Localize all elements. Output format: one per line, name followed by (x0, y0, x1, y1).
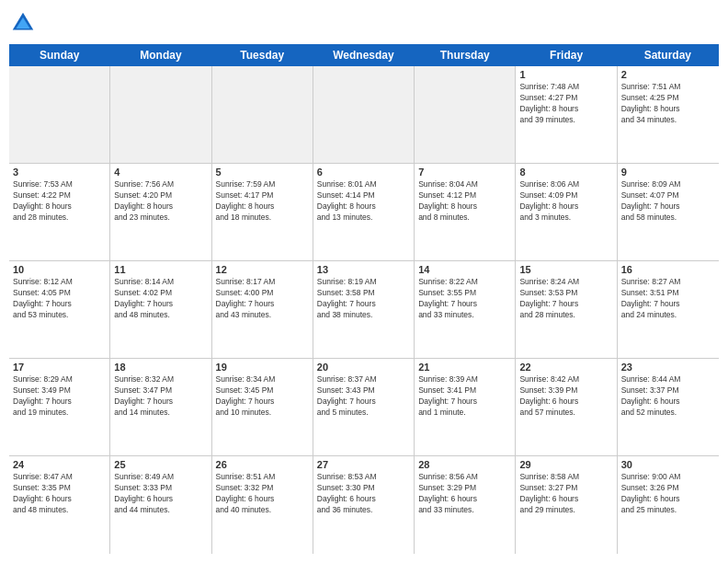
day-info: Sunrise: 8:29 AM Sunset: 3:49 PM Dayligh… (13, 374, 106, 419)
calendar-cell: 11Sunrise: 8:14 AM Sunset: 4:02 PM Dayli… (110, 261, 211, 358)
calendar-cell: 14Sunrise: 8:22 AM Sunset: 3:55 PM Dayli… (415, 261, 516, 358)
day-info: Sunrise: 8:44 AM Sunset: 3:37 PM Dayligh… (621, 374, 715, 419)
day-number: 12 (216, 264, 309, 275)
calendar-cell (110, 66, 211, 163)
day-info: Sunrise: 7:51 AM Sunset: 4:25 PM Dayligh… (621, 82, 715, 126)
calendar-cell: 7Sunrise: 8:04 AM Sunset: 4:12 PM Daylig… (415, 164, 516, 260)
logo-icon (9, 9, 37, 37)
day-number: 23 (621, 362, 715, 373)
calendar-header-cell: Wednesday (313, 44, 415, 66)
day-info: Sunrise: 8:32 AM Sunset: 3:47 PM Dayligh… (114, 374, 207, 419)
day-number: 28 (418, 459, 511, 470)
day-info: Sunrise: 7:56 AM Sunset: 4:20 PM Dayligh… (114, 179, 207, 224)
day-number: 16 (621, 264, 715, 275)
day-info: Sunrise: 8:24 AM Sunset: 3:53 PM Dayligh… (519, 277, 612, 321)
day-info: Sunrise: 8:47 AM Sunset: 3:35 PM Dayligh… (13, 472, 106, 516)
day-number: 13 (317, 264, 410, 275)
calendar-cell: 17Sunrise: 8:29 AM Sunset: 3:49 PM Dayli… (9, 359, 110, 455)
day-number: 2 (621, 69, 715, 80)
day-info: Sunrise: 7:48 AM Sunset: 4:27 PM Dayligh… (519, 82, 612, 126)
calendar-cell: 8Sunrise: 8:06 AM Sunset: 4:09 PM Daylig… (516, 164, 617, 260)
calendar-cell: 24Sunrise: 8:47 AM Sunset: 3:35 PM Dayli… (9, 456, 110, 554)
calendar-cell: 21Sunrise: 8:39 AM Sunset: 3:41 PM Dayli… (415, 359, 516, 455)
day-number: 17 (13, 362, 106, 373)
day-info: Sunrise: 8:12 AM Sunset: 4:05 PM Dayligh… (13, 277, 106, 321)
calendar-cell: 26Sunrise: 8:51 AM Sunset: 3:32 PM Dayli… (212, 456, 313, 554)
calendar-header-cell: Monday (110, 44, 211, 66)
calendar-cell: 29Sunrise: 8:58 AM Sunset: 3:27 PM Dayli… (516, 456, 617, 554)
calendar-header-cell: Saturday (618, 44, 719, 66)
day-number: 15 (519, 264, 612, 275)
calendar-body: 1Sunrise: 7:48 AM Sunset: 4:27 PM Daylig… (9, 66, 719, 554)
calendar-cell (212, 66, 313, 163)
calendar-cell: 12Sunrise: 8:17 AM Sunset: 4:00 PM Dayli… (212, 261, 313, 358)
day-number: 29 (519, 459, 612, 470)
calendar-cell: 5Sunrise: 7:59 AM Sunset: 4:17 PM Daylig… (212, 164, 313, 260)
calendar-header-cell: Tuesday (212, 44, 313, 66)
day-info: Sunrise: 8:17 AM Sunset: 4:00 PM Dayligh… (216, 277, 309, 321)
calendar: SundayMondayTuesdayWednesdayThursdayFrid… (9, 44, 719, 554)
day-info: Sunrise: 8:37 AM Sunset: 3:43 PM Dayligh… (317, 374, 410, 419)
day-number: 3 (13, 167, 106, 178)
calendar-cell: 2Sunrise: 7:51 AM Sunset: 4:25 PM Daylig… (618, 66, 719, 163)
calendar-cell: 16Sunrise: 8:27 AM Sunset: 3:51 PM Dayli… (618, 261, 719, 358)
day-info: Sunrise: 7:59 AM Sunset: 4:17 PM Dayligh… (216, 179, 309, 224)
day-info: Sunrise: 8:39 AM Sunset: 3:41 PM Dayligh… (418, 374, 511, 419)
day-info: Sunrise: 8:34 AM Sunset: 3:45 PM Dayligh… (216, 374, 309, 419)
day-number: 11 (114, 264, 207, 275)
day-info: Sunrise: 8:42 AM Sunset: 3:39 PM Dayligh… (519, 374, 612, 419)
day-number: 7 (418, 167, 511, 178)
logo (9, 9, 40, 37)
day-info: Sunrise: 8:49 AM Sunset: 3:33 PM Dayligh… (114, 472, 207, 516)
calendar-cell: 13Sunrise: 8:19 AM Sunset: 3:58 PM Dayli… (313, 261, 415, 358)
calendar-row: 24Sunrise: 8:47 AM Sunset: 3:35 PM Dayli… (9, 456, 719, 554)
calendar-header-cell: Friday (516, 44, 617, 66)
calendar-cell: 4Sunrise: 7:56 AM Sunset: 4:20 PM Daylig… (110, 164, 211, 260)
day-number: 1 (519, 69, 612, 80)
day-number: 21 (418, 362, 511, 373)
day-number: 19 (216, 362, 309, 373)
calendar-cell: 3Sunrise: 7:53 AM Sunset: 4:22 PM Daylig… (9, 164, 110, 260)
day-number: 26 (216, 459, 309, 470)
page: SundayMondayTuesdayWednesdayThursdayFrid… (0, 0, 728, 563)
calendar-header-cell: Thursday (415, 44, 516, 66)
day-info: Sunrise: 8:58 AM Sunset: 3:27 PM Dayligh… (519, 472, 612, 516)
calendar-cell (415, 66, 516, 163)
day-info: Sunrise: 8:22 AM Sunset: 3:55 PM Dayligh… (418, 277, 511, 321)
day-number: 24 (13, 459, 106, 470)
day-number: 14 (418, 264, 511, 275)
calendar-cell: 19Sunrise: 8:34 AM Sunset: 3:45 PM Dayli… (212, 359, 313, 455)
calendar-cell (313, 66, 415, 163)
calendar-cell: 18Sunrise: 8:32 AM Sunset: 3:47 PM Dayli… (110, 359, 211, 455)
calendar-row: 17Sunrise: 8:29 AM Sunset: 3:49 PM Dayli… (9, 359, 719, 456)
calendar-header: SundayMondayTuesdayWednesdayThursdayFrid… (9, 44, 719, 66)
calendar-row: 1Sunrise: 7:48 AM Sunset: 4:27 PM Daylig… (9, 66, 719, 164)
day-number: 6 (317, 167, 410, 178)
calendar-cell (9, 66, 110, 163)
day-number: 27 (317, 459, 410, 470)
calendar-cell: 10Sunrise: 8:12 AM Sunset: 4:05 PM Dayli… (9, 261, 110, 358)
calendar-cell: 30Sunrise: 9:00 AM Sunset: 3:26 PM Dayli… (618, 456, 719, 554)
day-number: 5 (216, 167, 309, 178)
day-number: 9 (621, 167, 715, 178)
day-info: Sunrise: 8:09 AM Sunset: 4:07 PM Dayligh… (621, 179, 715, 224)
calendar-cell: 23Sunrise: 8:44 AM Sunset: 3:37 PM Dayli… (618, 359, 719, 455)
header (9, 9, 719, 37)
day-info: Sunrise: 8:27 AM Sunset: 3:51 PM Dayligh… (621, 277, 715, 321)
calendar-header-cell: Sunday (9, 44, 110, 66)
calendar-cell: 28Sunrise: 8:56 AM Sunset: 3:29 PM Dayli… (415, 456, 516, 554)
day-info: Sunrise: 9:00 AM Sunset: 3:26 PM Dayligh… (621, 472, 715, 516)
day-info: Sunrise: 8:56 AM Sunset: 3:29 PM Dayligh… (418, 472, 511, 516)
calendar-cell: 20Sunrise: 8:37 AM Sunset: 3:43 PM Dayli… (313, 359, 415, 455)
day-number: 25 (114, 459, 207, 470)
calendar-cell: 22Sunrise: 8:42 AM Sunset: 3:39 PM Dayli… (516, 359, 617, 455)
calendar-row: 3Sunrise: 7:53 AM Sunset: 4:22 PM Daylig… (9, 164, 719, 261)
day-info: Sunrise: 8:51 AM Sunset: 3:32 PM Dayligh… (216, 472, 309, 516)
calendar-row: 10Sunrise: 8:12 AM Sunset: 4:05 PM Dayli… (9, 261, 719, 359)
calendar-cell: 9Sunrise: 8:09 AM Sunset: 4:07 PM Daylig… (618, 164, 719, 260)
day-info: Sunrise: 8:14 AM Sunset: 4:02 PM Dayligh… (114, 277, 207, 321)
day-number: 30 (621, 459, 715, 470)
day-info: Sunrise: 8:04 AM Sunset: 4:12 PM Dayligh… (418, 179, 511, 224)
day-info: Sunrise: 8:06 AM Sunset: 4:09 PM Dayligh… (519, 179, 612, 224)
day-info: Sunrise: 8:01 AM Sunset: 4:14 PM Dayligh… (317, 179, 410, 224)
